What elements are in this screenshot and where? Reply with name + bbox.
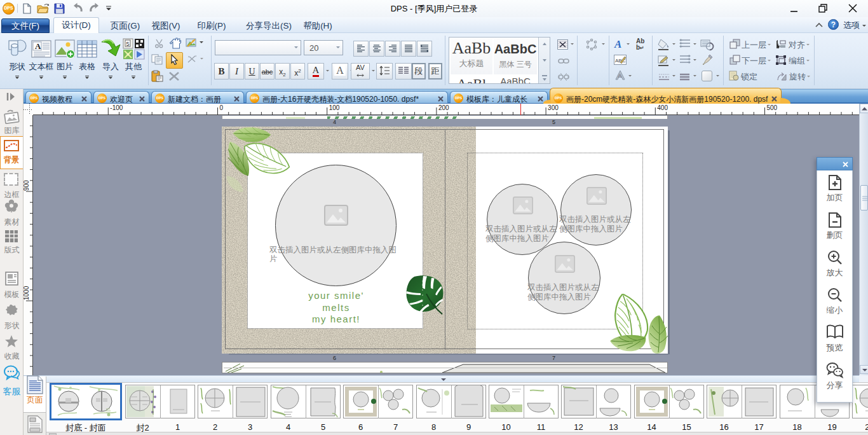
svg-text:400: 400 (657, 104, 668, 111)
svg-text:A: A (618, 72, 622, 79)
svg-text:900: 900 (24, 180, 30, 191)
svg-text:1000: 1000 (24, 286, 30, 300)
svg-text:0: 0 (220, 104, 224, 111)
svg-text:300: 300 (548, 104, 559, 111)
svg-text:-100: -100 (110, 104, 123, 111)
svg-text:200: 200 (438, 104, 449, 111)
svg-text:500: 500 (767, 104, 778, 111)
svg-text:5: 5 (126, 41, 130, 47)
svg-text:A: A (35, 41, 41, 51)
svg-text:100: 100 (329, 104, 340, 111)
